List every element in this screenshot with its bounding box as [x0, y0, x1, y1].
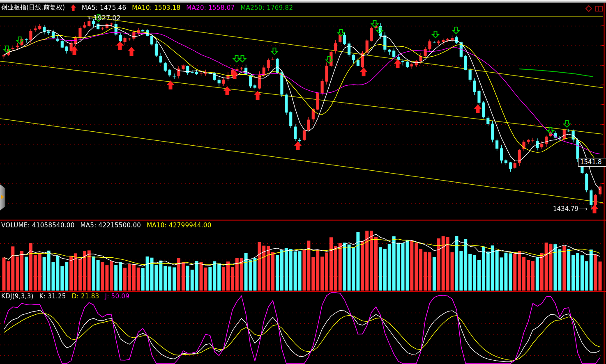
trading-app-screen: 创业板指(日线.前复权) MA5: 1475.46 MA10: 1503.18 …: [0, 0, 606, 364]
chart-canvas[interactable]: [0, 0, 606, 364]
high-price-label: ←1927.02: [88, 14, 121, 22]
volume-ma10-readout: MA10: 42799944.00: [147, 222, 211, 229]
diamond-icon[interactable]: [585, 5, 592, 14]
ma10-readout: MA10: 1503.18: [132, 4, 180, 11]
ma5-readout: MA5: 1475.46: [82, 4, 126, 11]
main-chart-header: 创业板指(日线.前复权) MA5: 1475.46 MA10: 1503.18 …: [1, 4, 293, 11]
expand-arrow-icon: [1, 195, 4, 199]
right-arrow-glyph: ⟶: [578, 205, 588, 213]
split-window-icon[interactable]: [595, 5, 603, 14]
kdj-header: KDJ(9,3,3) K: 31.25 D: 21.83 J: 50.09: [1, 293, 129, 300]
window-top-edge: [0, 0, 606, 3]
instrument-title: 创业板指(日线.前复权): [1, 4, 65, 11]
low-price-label: 1434.79⟶: [553, 205, 588, 213]
volume-header: VOLUME: 41058540.00 MA5: 42215500.00 MA1…: [1, 222, 212, 229]
d-readout: D: 21.83: [72, 293, 99, 300]
volume-readout: VOLUME: 41058540.00: [1, 222, 75, 229]
kdj-params-label: KDJ(9,3,3): [1, 293, 34, 300]
left-slide-tab[interactable]: [0, 184, 5, 211]
window-corner-icons: [585, 5, 603, 14]
ma20-readout: MA20: 1558.07: [186, 4, 235, 11]
up-arrow-icon: [71, 5, 76, 11]
volume-ma5-readout: MA5: 42215500.00: [81, 222, 141, 229]
left-arrow-glyph: ←: [88, 14, 93, 22]
k-readout: K: 31.25: [39, 293, 66, 300]
price-tag-box: 1541.8: [578, 158, 606, 167]
j-readout: J: 50.09: [105, 293, 129, 300]
ma250-readout: MA250: 1769.82: [240, 4, 293, 11]
